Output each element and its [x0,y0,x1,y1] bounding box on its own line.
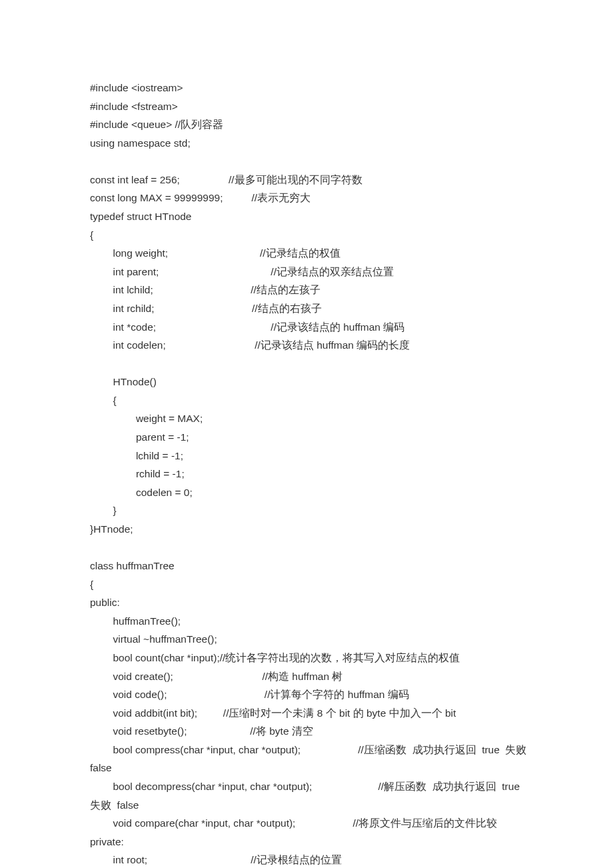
code-line: false [90,759,526,777]
code-line: long weight; //记录结点的权值 [90,244,526,263]
code-line: { [90,575,526,594]
code-line: { [90,226,526,245]
code-line: }HTnode; [90,520,526,539]
code-line: using namespace std; [90,134,526,153]
code-line: int lchild; //结点的左孩子 [90,281,526,299]
code-line: class huffmanTree [90,557,526,575]
code-line: #include <iostream> [90,79,526,97]
code-line: int codelen; //记录该结点 huffman 编码的长度 [90,336,526,355]
code-line: #include <queue> //队列容器 [90,115,526,134]
code-content: #include <iostream>#include <fstream>#in… [90,79,526,868]
code-line [90,355,526,373]
code-line: public: [90,593,526,612]
code-line: parent = -1; [90,428,526,447]
code-line: weight = MAX; [90,409,526,428]
code-line: int rchild; //结点的右孩子 [90,299,526,318]
code-line: bool compress(char *input, char *output)… [90,741,526,759]
code-line: rchild = -1; [90,465,526,483]
code-line: void compare(char *input, char *output);… [90,814,526,833]
code-line: bool decompress(char *input, char *outpu… [90,777,526,796]
code-line: int *code; //记录该结点的 huffman 编码 [90,318,526,337]
code-line: HTnode() [90,373,526,391]
code-line: lchild = -1; [90,447,526,465]
code-line: void resetbyte(); //将 byte 清空 [90,722,526,741]
code-line: void addbit(int bit); //压缩时对一个未满 8 个 bit… [90,704,526,723]
code-line [90,538,526,557]
code-line: int parent; //记录结点的双亲结点位置 [90,263,526,281]
code-line: 失败 false [90,796,526,815]
code-line: void create(); //构造 huffman 树 [90,667,526,686]
code-line: #include <fstream> [90,97,526,116]
code-line: const int leaf = 256; //最多可能出现的不同字符数 [90,171,526,189]
code-line: huffmanTree(); [90,612,526,631]
code-line: const long MAX = 99999999; //表示无穷大 [90,189,526,207]
code-line: typedef struct HTnode [90,207,526,226]
code-line: codelen = 0; [90,483,526,502]
code-line: bool count(char *input);//统计各字符出现的次数，将其写… [90,649,526,667]
code-line: void code(); //计算每个字符的 huffman 编码 [90,685,526,704]
code-line: int root; //记录根结点的位置 [90,851,526,868]
code-line: virtual ~huffmanTree(); [90,630,526,649]
code-line [90,152,526,171]
code-line: { [90,391,526,410]
code-line: private: [90,833,526,851]
code-line: } [90,501,526,520]
document-page: #include <iostream>#include <fstream>#in… [0,0,613,868]
